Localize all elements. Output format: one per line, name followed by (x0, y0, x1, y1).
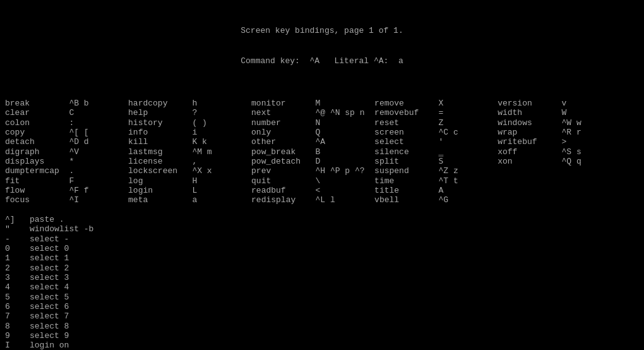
terminal-line: - select - (5, 234, 639, 244)
subtitle-line: Command key: ^A Literal ^A: a (5, 56, 639, 66)
keybinding-lines: break ^B b hardcopy h monitor M remove X… (5, 89, 639, 350)
terminal-line: 9 select 9 (5, 331, 639, 341)
terminal-line: fit F log H quit \ time ^T t (5, 176, 639, 186)
terminal-line: 8 select 8 (5, 322, 639, 331)
terminal-line (5, 205, 639, 215)
terminal-line: 1 select 1 (5, 253, 639, 263)
terminal-line (5, 89, 639, 99)
terminal-line: 5 select 5 (5, 293, 639, 302)
terminal-line: ^] paste . (5, 215, 639, 224)
terminal-line: focus ^I meta a redisplay ^L l vbell ^G (5, 195, 639, 205)
terminal-line: digraph ^V lastmsg ^M m pow_break B sile… (5, 147, 639, 157)
terminal-line: 3 select 3 (5, 273, 639, 282)
terminal-line: colon : history ( ) number N reset Z win… (5, 118, 639, 128)
terminal-line: 4 select 4 (5, 282, 639, 292)
terminal-window: Screen key bindings, page 1 of 1. Comman… (5, 4, 639, 350)
terminal-line: dumptermcap . lockscreen ^X x prev ^H ^P… (5, 166, 639, 176)
terminal-line: 6 select 6 (5, 302, 639, 311)
terminal-line: 2 select 2 (5, 263, 639, 273)
terminal-line: detach ^D d kill K k other ^A select ' w… (5, 137, 639, 147)
terminal-line: flow ^F f login L readbuf < title A (5, 186, 639, 195)
terminal-line: 0 select 0 (5, 244, 639, 253)
terminal-line: copy ^[ [ info i only Q screen ^C c wrap… (5, 128, 639, 137)
terminal-line: " windowlist -b (5, 224, 639, 234)
terminal-line: I login on (5, 341, 639, 350)
title-line: Screen key bindings, page 1 of 1. (5, 23, 639, 35)
terminal-line: break ^B b hardcopy h monitor M remove X… (5, 99, 639, 108)
terminal-line: displays * license , pow_detach D split … (5, 157, 639, 166)
terminal-line: clear C help ? next ^@ ^N sp n removebuf… (5, 108, 639, 118)
terminal-line: 7 select 7 (5, 311, 639, 321)
